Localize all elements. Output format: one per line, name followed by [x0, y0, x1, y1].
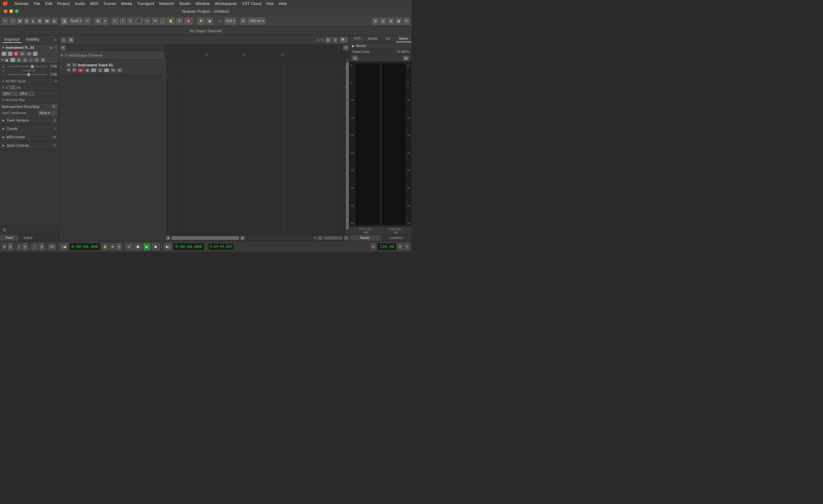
tool-paint[interactable]: ⬛: [135, 18, 143, 24]
tool-select[interactable]: ⊕: [95, 18, 102, 24]
tab-meter[interactable]: Meter: [396, 35, 412, 42]
meter-tab-master[interactable]: Master: [350, 235, 381, 241]
chords-toggle[interactable]: ▶ Chords ≡: [0, 125, 59, 133]
send-value[interactable]: 0.00: [48, 73, 57, 76]
snap-btn2[interactable]: ▣: [206, 18, 213, 24]
scroll-right-btn[interactable]: ▶: [240, 236, 245, 240]
menu-media[interactable]: Media: [121, 1, 132, 6]
track-btn-more[interactable]: ⊞: [40, 57, 46, 62]
mode-r[interactable]: R: [37, 18, 42, 24]
transport-click2-btn[interactable]: ↻: [404, 243, 409, 250]
toolbar-view3[interactable]: ▦: [395, 18, 402, 24]
transport-lock-btn[interactable]: 🔒: [102, 243, 109, 250]
menu-scores[interactable]: Scores: [104, 1, 116, 6]
scroll-down-btn[interactable]: ▼: [345, 230, 349, 234]
undo-button[interactable]: ↩: [2, 18, 8, 24]
tool-hand[interactable]: ✋: [167, 18, 175, 24]
menu-project[interactable]: Project: [57, 1, 69, 6]
tool-scissors[interactable]: ✂: [144, 18, 151, 24]
transport-right-btn[interactable]: ▶|: [164, 243, 172, 250]
retrospective-dropdown[interactable]: ▾: [51, 104, 57, 109]
track-btn-w[interactable]: W: [19, 51, 25, 56]
apple-menu[interactable]: 🍎: [2, 1, 8, 6]
tool-split[interactable]: ⚟: [176, 18, 183, 24]
search-tracks-button[interactable]: 🔍: [339, 37, 347, 43]
track-versions-toggle[interactable]: ▶ Track Versions |||: [0, 116, 59, 124]
edit-icon[interactable]: ✎: [54, 46, 57, 49]
channel-num[interactable]: 1: [9, 85, 17, 90]
tool-zoom[interactable]: ⌕: [160, 18, 166, 24]
mode-a[interactable]: A: [51, 18, 57, 24]
track-btn-w2[interactable]: W: [26, 51, 32, 56]
grid-size-dropdown[interactable]: 1000 ms ▾: [248, 18, 266, 24]
menu-edit[interactable]: Edit: [45, 1, 52, 6]
transport-stop-btn[interactable]: ⏹: [134, 243, 142, 250]
scroll-h-thumb[interactable]: [172, 236, 239, 240]
filter-button[interactable]: ▼: [60, 45, 66, 51]
inspector-settings-button[interactable]: ⚙: [2, 227, 7, 233]
track-btn-midi[interactable]: ⊡: [34, 57, 39, 62]
tab-cr[interactable]: CR: [381, 35, 396, 42]
track-btn-drums[interactable]: ♪: [29, 57, 33, 62]
group-toggle-icon[interactable]: ▶: [61, 53, 63, 57]
tm-r-btn[interactable]: R: [66, 68, 71, 72]
menu-vstcloud[interactable]: VST Cloud: [242, 1, 262, 6]
track-cycle-btn[interactable]: ↻: [91, 68, 96, 72]
transport-record-btn[interactable]: ⏺: [152, 243, 160, 250]
grid-type-dropdown[interactable]: Grid ▾: [224, 18, 236, 24]
maximize-button[interactable]: [15, 9, 19, 13]
menu-network[interactable]: Network: [159, 1, 174, 6]
transport-aq-btn[interactable]: AQ: [48, 243, 56, 250]
tm-mute-btn[interactable]: M: [66, 63, 71, 67]
menu-workspaces[interactable]: Workspaces: [215, 1, 237, 6]
track-btn-e[interactable]: E: [33, 51, 38, 56]
track-more-btn[interactable]: ⊞: [117, 68, 123, 72]
volume-value[interactable]: 0.00: [48, 65, 57, 68]
meter-reset-btn[interactable]: ⏮: [403, 56, 409, 60]
menu-window[interactable]: Window: [195, 1, 210, 6]
transport-tempo[interactable]: 120.00: [377, 243, 396, 250]
zoom-in-btn[interactable]: +: [344, 236, 349, 240]
send-fader[interactable]: [7, 74, 47, 75]
track-play-btn[interactable]: ◀: [84, 68, 90, 72]
toolbar-overview[interactable]: ▥: [387, 18, 394, 24]
off-dropdown-2[interactable]: Off ▾: [19, 92, 34, 96]
snap-icon[interactable]: ⚡: [197, 18, 205, 24]
track-btn-r[interactable]: R: [13, 51, 19, 56]
bypass-icon[interactable]: ◉: [50, 46, 52, 49]
timeline-settings-icon[interactable]: ⚙: [314, 236, 317, 240]
transport-click-btn[interactable]: 🎵: [31, 243, 38, 250]
menu-audio[interactable]: Audio: [74, 1, 85, 6]
track-r2-btn[interactable]: R: [104, 68, 110, 72]
menu-studio[interactable]: Studio: [179, 1, 190, 6]
transport-sync-icon[interactable]: ⊡: [370, 243, 376, 250]
timeline-content[interactable]: ⋮: [165, 57, 345, 234]
zoom-out-btn[interactable]: -: [318, 236, 323, 240]
scroll-up-btn[interactable]: ▲: [345, 57, 349, 61]
menu-help[interactable]: Help: [279, 1, 287, 6]
tab-vsti[interactable]: VSTi: [350, 35, 365, 42]
tab-editor[interactable]: Editor: [19, 234, 38, 241]
midi-inserts-toggle[interactable]: ▶ MIDI Inserts ⊕: [0, 133, 59, 141]
tab-inspector[interactable]: Inspector: [2, 37, 21, 43]
quick-controls-toggle[interactable]: ▶ Quick Controls ↻: [0, 141, 59, 149]
transport-sync-dropdown[interactable]: ▾: [117, 243, 121, 250]
timeline-filter-btn[interactable]: ▼: [343, 45, 349, 51]
transport-time-left[interactable]: 0:00:00.000: [69, 243, 101, 250]
tm-split-btn[interactable]: ⊡: [72, 63, 77, 67]
tool-glue[interactable]: ✦: [152, 18, 159, 24]
track-record-btn[interactable]: ●: [78, 68, 83, 72]
tool-dropdown[interactable]: ▾: [103, 18, 108, 24]
toolbar-full-view[interactable]: ▤: [380, 18, 386, 24]
show-lanes-button[interactable]: ⊡: [325, 37, 331, 43]
track-section-toggle[interactable]: ▼ Instrument Tr...01 ◉ ✎: [0, 44, 59, 51]
tool-pencil[interactable]: ✎: [127, 18, 134, 24]
transport-a-btn[interactable]: A: [397, 243, 403, 250]
transport-click-dropdown[interactable]: ▾: [39, 243, 44, 250]
inspector-collapse[interactable]: ≡: [54, 38, 56, 42]
off-dropdown-1[interactable]: Off ▾: [2, 92, 17, 96]
close-button[interactable]: [4, 9, 7, 13]
track-btn-m[interactable]: M: [1, 51, 7, 56]
transport-record-mode[interactable]: ●: [2, 243, 7, 250]
track-bars-btn[interactable]: |||: [97, 68, 103, 72]
